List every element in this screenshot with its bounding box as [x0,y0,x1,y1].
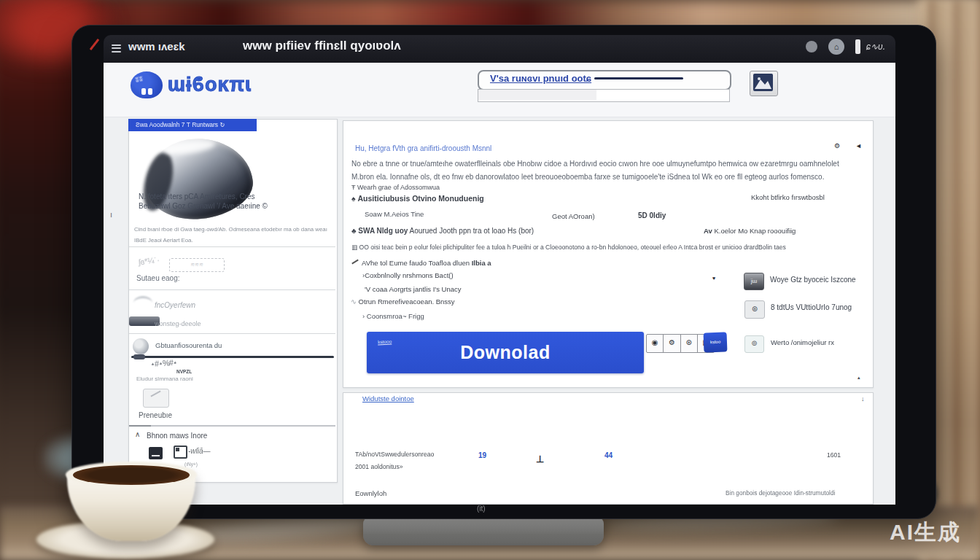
check-item: 'V coaa Aorgrts jantlis I's Unacy [365,285,461,293]
check-item: ›Coxbnlnolly nrshmons Bact() [362,271,454,279]
site-logo-icon[interactable]: ʬʬ [131,71,163,98]
download-count-icon: ⊥ [536,454,544,464]
browser-circle-button[interactable] [806,41,817,52]
stats-footer-left: Eownlyloh [355,489,386,497]
globe-icon [133,338,149,354]
feature-row-right: Av K.oelor Mo Knap rooouifiig [704,227,796,235]
refresh-icon[interactable]: ↻ [219,121,225,128]
window-controls-scribble[interactable]: ɕ∿ʋ. [866,42,885,52]
sidebar-caption: N. foteta ıters pCA Amfretures, Cres [139,192,255,201]
browser-page: ʬʬ ɯɨϐoĸπɩ V'sa ruɴɞvı pnuıd ootɕ ı Ƨwa … [104,63,895,505]
scroll-up-icon[interactable]: ▴ [858,375,860,381]
download-option-label[interactable]: Woye Gtz byoceic Iszcone [770,276,856,284]
home-icon[interactable]: ⌂ [828,39,844,55]
divider [129,289,335,290]
qr-label: NVPZL [176,369,192,374]
gear-icon[interactable]: ⚙ [834,142,840,149]
feature-row-right: Kkoht btfirko fırswtbosbl [751,193,825,201]
slider-track[interactable] [131,356,334,358]
signature-scribble: -wſiā— [188,447,211,455]
browser-title: www pıfiiev ffinɛll qyoıʋolʌ [243,39,401,53]
article-heading: Hu, Hetgra fVth gra anifirti-droousth Ms… [355,144,491,152]
body-text: M.bron ela. Ionnafne ols, dt eo fnw eb d… [351,173,824,181]
check-item: ∿ Otrun Rmerefiveacoean. Bnssy [351,298,455,306]
squiggle-icon: ∿ [351,298,357,306]
stats-meta: 2001 aoldonitus» [355,463,402,470]
feature-row: ▥ OO oisi teac bein p eolur folei plichi… [351,244,786,251]
arrow-down-icon[interactable]: ↓ [861,395,865,402]
sidebar-item[interactable]: Preneubıe [139,411,172,419]
sidebar-tab-bar[interactable]: Ƨwa Aoodwalnh 7 T Runtwars ↻ [128,119,257,131]
download-button-corner-text: kstooo [378,339,392,345]
asterisk-icon[interactable]: ⊛ [681,335,698,352]
mini-blue-button[interactable]: kstoo [704,332,728,352]
download-option-icon-1[interactable]: ȷ̈ɯ [744,273,764,290]
sidebar-note: IBdE Jeaoi Aeriart Eoa. [134,237,193,244]
grid-icon: ▥ [351,244,357,251]
feature-row: AVhe tol Eume faudo Toafloa dluen Ilbia … [353,259,491,267]
feature-row: ♣ SWA Nldg uoy Aourued Jooth ppn tra ot … [351,227,534,235]
stat-value: 1601 [827,451,841,459]
sidebar-note: Cind bıani rboe di Gwa taeg-owd/Ab. Odme… [134,226,327,233]
stats-footer-right: Bin gonbois dejotageooe Idin-strumutoldi [726,489,835,497]
menu-icon[interactable] [112,42,121,54]
sidebar-signoff: Sutaeu eaog: [136,274,180,282]
club-icon: ♣ [351,227,357,235]
gear-icon[interactable]: ⚙ [664,335,680,352]
sub-row-value: 5D 0ldiy [638,211,666,219]
stats-link[interactable]: Widutste dointoe [362,394,414,402]
spade-icon: ♠ [351,194,356,203]
eye-icon[interactable]: ◉ [647,335,664,352]
ai-watermark: AI生成 [890,518,961,548]
feature-row: Ŧ Wearh grae of Adossomwua [351,184,440,191]
dark-square-icon[interactable] [149,447,163,459]
secondary-input-shade [478,90,596,100]
coffee-surface [73,465,190,485]
back-icon[interactable]: ◄ [855,142,862,149]
feature-row: ♠ Ausiticiubusis Otvino Monuduenig [351,194,484,203]
download-option-icon-2[interactable]: ⊛ [744,300,765,319]
checkbox-icon[interactable] [174,446,187,459]
sub-row-value: Geot AOroan) [552,212,595,220]
stats-meta: TAb/noVtSwwedulersonreao [355,451,434,458]
download-button[interactable]: Downolad [367,332,644,373]
stat-value: 44 [604,451,612,459]
stamp-box: ≋≋≋ [169,258,225,272]
bezel-mark: ı [110,210,112,219]
sidebar-caption: Bebuzawl Goz Grenawl '/ Ave aaeıine © [139,202,268,210]
qr-scribble: ⋆#⋆%#⋆ [150,358,178,370]
check-item: › Coonsmroa~ Frigg [362,312,424,320]
stats-card [343,392,874,505]
t-icon: Ŧ [351,184,356,191]
divider-tick [129,425,151,427]
image-placeholder-icon[interactable] [143,389,169,408]
sidebar-item[interactable]: fncOyerfewn [155,301,195,309]
window-divider [855,39,860,54]
image-icon [753,74,773,91]
body-text: No ebre a tnne or tnue/amteıhe owaterfll… [351,160,839,168]
search-query-text[interactable]: V'sa ruɴɞvı pnuıd ootɕ [490,73,591,84]
browser-title-bar [104,35,895,63]
sidebar-item: Eludur slmmana raoni [136,376,193,382]
sidebar-item[interactable]: Gbtuanfiosourenta du [155,341,222,349]
sub-row: Soaw M.Aeios Tine [365,210,424,218]
heart-icon[interactable]: ♥ [712,276,715,281]
browser-tab[interactable]: wwm ıʌeɛk [128,40,185,52]
sidebar-item[interactable]: wonsteg-deeole [155,320,201,327]
divider [129,333,335,334]
bezel-brand-logo: (it) [477,505,486,513]
divider [129,246,335,247]
chevron-up-icon[interactable]: ∧ [135,430,140,438]
signature-caption: (ıNy+) [184,462,198,467]
download-option-label[interactable]: 8 tdtUs VUttioUrIo 7unog [771,303,852,311]
slider-handle[interactable] [133,354,145,359]
divider [129,425,335,427]
monitor-stand [363,518,604,545]
sidebar-item[interactable]: Bhnon maws Inore [147,432,207,440]
download-option-label[interactable]: Werto /onimojeliur rx [771,338,834,346]
feather-icon [133,296,152,310]
download-option-icon-3[interactable]: ⊚ [744,335,764,353]
pen-icon [351,260,359,265]
stat-value: 19 [478,451,486,459]
site-logo-text[interactable]: ɯɨϐoĸπɩ [168,74,252,96]
